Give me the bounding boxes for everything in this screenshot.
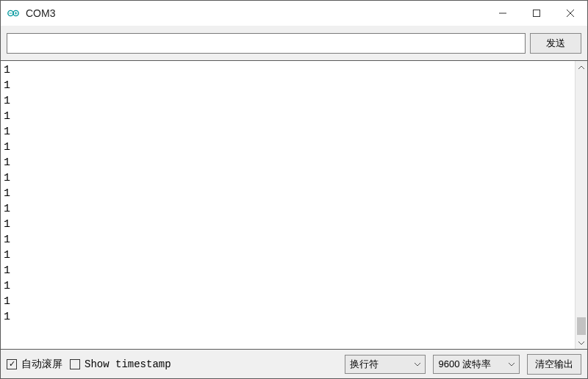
- line-ending-select[interactable]: 换行符: [345, 355, 426, 374]
- serial-input[interactable]: [7, 33, 526, 54]
- scroll-down-icon[interactable]: [576, 336, 587, 349]
- close-button[interactable]: [553, 1, 587, 26]
- minimize-button[interactable]: [486, 1, 520, 26]
- vertical-scrollbar[interactable]: [575, 61, 587, 349]
- window-controls: [486, 1, 587, 26]
- chevron-down-icon: [509, 360, 514, 368]
- baud-rate-select[interactable]: 9600 波特率: [433, 355, 520, 374]
- serial-output: 1 1 1 1 1 1 1 1 1 1 1 1 1 1 1 1 1: [1, 61, 575, 349]
- clear-output-button[interactable]: 清空输出: [527, 354, 581, 375]
- scroll-thumb[interactable]: [577, 317, 586, 335]
- send-row: 发送: [1, 26, 587, 61]
- checkbox-icon: [7, 359, 17, 369]
- baud-rate-value: 9600 波特率: [438, 358, 491, 371]
- send-button[interactable]: 发送: [530, 33, 581, 54]
- checkbox-icon: [70, 359, 80, 369]
- timestamp-checkbox[interactable]: Show timestamp: [70, 358, 171, 370]
- line-ending-value: 换行符: [350, 358, 379, 371]
- titlebar: COM3: [1, 1, 587, 26]
- autoscroll-label: 自动滚屏: [21, 358, 62, 371]
- chevron-down-icon: [415, 360, 420, 368]
- window-title: COM3: [26, 7, 55, 19]
- arduino-icon: [7, 7, 20, 20]
- scroll-up-icon[interactable]: [576, 61, 587, 73]
- output-area: 1 1 1 1 1 1 1 1 1 1 1 1 1 1 1 1 1: [1, 61, 587, 349]
- svg-rect-6: [534, 10, 540, 17]
- bottom-bar: 自动滚屏 Show timestamp 换行符 9600 波特率 清空输出: [1, 349, 587, 378]
- autoscroll-checkbox[interactable]: 自动滚屏: [7, 358, 62, 371]
- maximize-button[interactable]: [520, 1, 553, 26]
- timestamp-label: Show timestamp: [85, 358, 171, 370]
